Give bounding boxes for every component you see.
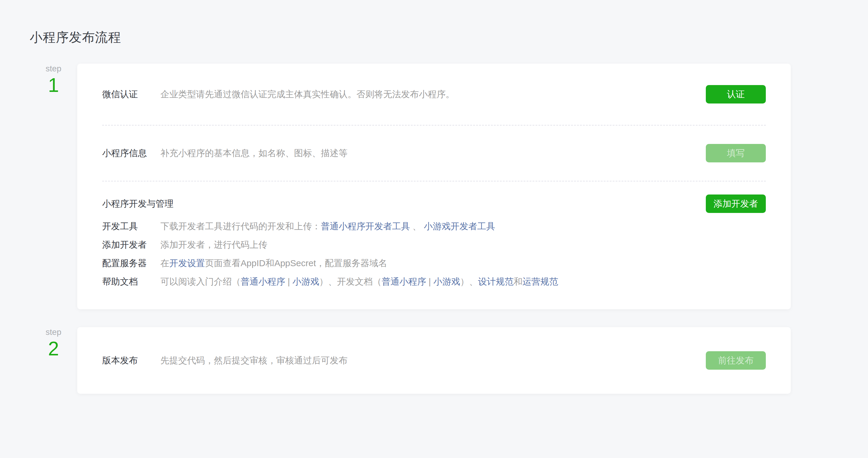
row-title: 帮助文档 — [102, 276, 160, 288]
step-number: 1 — [43, 75, 64, 95]
desc-text: 可以阅读入门介绍（ — [160, 277, 241, 286]
row-description: 在开发设置页面查看AppID和AppSecret，配置服务器域名 — [160, 257, 766, 269]
desc-text: 、 — [410, 221, 424, 231]
step-card: 版本发布先提交代码，然后提交审核，审核通过后可发布前往发布 — [77, 327, 791, 394]
fill-info-button[interactable]: 填写 — [706, 144, 766, 162]
step-indicator: step1 — [43, 64, 64, 95]
flow-group: 小程序开发与管理添加开发者开发工具下载开发者工具进行代码的开发和上传：普通小程序… — [77, 181, 791, 309]
step-word: step — [43, 64, 64, 74]
row-title: 版本发布 — [102, 354, 160, 367]
inline-link[interactable]: 普通小程序 — [381, 277, 426, 286]
steps-container: step1微信认证企业类型请先通过微信认证完成主体真实性确认。否则将无法发布小程… — [0, 64, 868, 411]
go-publish-button[interactable]: 前往发布 — [706, 351, 766, 370]
group-title: 小程序开发与管理 — [102, 198, 706, 210]
group-row: 开发工具下载开发者工具进行代码的开发和上传：普通小程序开发者工具 、 小游戏开发… — [102, 217, 766, 235]
inline-link[interactable]: 开发设置 — [169, 258, 205, 268]
step-block: step2版本发布先提交代码，然后提交审核，审核通过后可发布前往发布 — [77, 327, 791, 394]
step-card: 微信认证企业类型请先通过微信认证完成主体真实性确认。否则将无法发布小程序。认证小… — [77, 64, 791, 309]
desc-text: 页面查看AppID和AppSecret，配置服务器域名 — [205, 258, 387, 268]
inline-link[interactable]: 运营规范 — [523, 277, 558, 286]
step-indicator: step2 — [43, 328, 64, 359]
desc-text: ）、 — [460, 277, 478, 286]
inline-link[interactable]: 小游戏开发者工具 — [424, 221, 495, 231]
verify-button[interactable]: 认证 — [706, 85, 766, 104]
inline-link[interactable]: 普通小程序开发者工具 — [321, 221, 410, 231]
desc-text: 添加开发者，进行代码上传 — [160, 240, 267, 250]
desc-text: 在 — [160, 258, 169, 268]
row-description: 添加开发者，进行代码上传 — [160, 238, 766, 251]
inline-link[interactable]: 小游戏 — [292, 277, 319, 286]
desc-text: 企业类型请先通过微信认证完成主体真实性确认。否则将无法发布小程序。 — [160, 89, 455, 99]
desc-text: | — [285, 277, 292, 286]
row-description: 先提交代码，然后提交审核，审核通过后可发布 — [160, 354, 706, 367]
row-title: 开发工具 — [102, 220, 160, 233]
flow-row: 小程序信息补充小程序的基本信息，如名称、图标、描述等填写 — [77, 125, 791, 181]
group-row: 添加开发者添加开发者，进行代码上传 — [102, 235, 766, 254]
row-title: 小程序信息 — [102, 147, 160, 160]
desc-text: 下载开发者工具进行代码的开发和上传： — [160, 221, 321, 231]
row-description: 补充小程序的基本信息，如名称、图标、描述等 — [160, 147, 706, 160]
desc-text: 和 — [514, 277, 523, 286]
row-title: 微信认证 — [102, 88, 160, 101]
flow-row: 版本发布先提交代码，然后提交审核，审核通过后可发布前往发布 — [77, 327, 791, 394]
flow-row: 微信认证企业类型请先通过微信认证完成主体真实性确认。否则将无法发布小程序。认证 — [77, 64, 791, 125]
desc-text: 先提交代码，然后提交审核，审核通过后可发布 — [160, 355, 347, 365]
group-row: 配置服务器在开发设置页面查看AppID和AppSecret，配置服务器域名 — [102, 254, 766, 273]
row-description: 可以阅读入门介绍（普通小程序 | 小游戏）、开发文档（普通小程序 | 小游戏）、… — [160, 276, 766, 288]
step-word: step — [43, 328, 64, 337]
add-developer-button[interactable]: 添加开发者 — [706, 195, 766, 213]
row-title: 配置服务器 — [102, 257, 160, 269]
row-description: 企业类型请先通过微信认证完成主体真实性确认。否则将无法发布小程序。 — [160, 88, 706, 101]
inline-link[interactable]: 小游戏 — [433, 277, 460, 286]
desc-text: ）、开发文档（ — [319, 277, 381, 286]
inline-link[interactable]: 设计规范 — [478, 277, 514, 286]
page-title: 小程序发布流程 — [30, 29, 121, 46]
step-number: 2 — [43, 339, 64, 359]
row-description: 下载开发者工具进行代码的开发和上传：普通小程序开发者工具 、 小游戏开发者工具 — [160, 220, 766, 233]
group-header: 小程序开发与管理添加开发者 — [102, 195, 766, 213]
inline-link[interactable]: 普通小程序 — [241, 277, 285, 286]
group-row: 帮助文档可以阅读入门介绍（普通小程序 | 小游戏）、开发文档（普通小程序 | 小… — [102, 273, 766, 291]
desc-text: | — [426, 277, 433, 286]
row-title: 添加开发者 — [102, 239, 160, 251]
step-block: step1微信认证企业类型请先通过微信认证完成主体真实性确认。否则将无法发布小程… — [77, 64, 791, 309]
desc-text: 补充小程序的基本信息，如名称、图标、描述等 — [160, 148, 347, 158]
